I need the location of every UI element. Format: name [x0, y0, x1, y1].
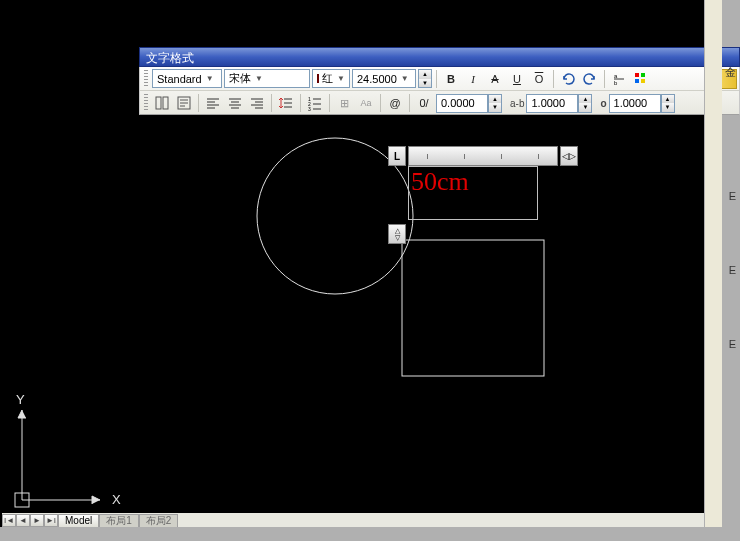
side-marker: E — [729, 338, 736, 350]
line-spacing-button[interactable] — [276, 93, 296, 113]
tracking-field[interactable]: 1.0000 ▲▼ — [526, 94, 592, 113]
text-style-value: Standard — [157, 73, 202, 85]
align-center-button[interactable] — [225, 93, 245, 113]
chevron-down-icon: ▼ — [206, 74, 214, 83]
text-height-value: 24.5000 — [357, 73, 397, 85]
toolbar-grip[interactable] — [144, 70, 148, 88]
mtext-ruler[interactable]: ıııı — [408, 146, 558, 166]
font-combo[interactable]: 宋体 ▼ — [224, 69, 310, 88]
align-left-button[interactable] — [203, 93, 223, 113]
side-marker: E — [729, 264, 736, 276]
vertical-scrollbar[interactable] — [704, 0, 722, 527]
svg-rect-4 — [15, 493, 29, 507]
symbol-button[interactable]: @ — [385, 93, 405, 113]
oblique-angle-button[interactable]: 0/ — [414, 93, 434, 113]
chevron-down-icon: ▼ — [255, 74, 263, 83]
mtext-justify-button[interactable] — [174, 93, 194, 113]
svg-rect-8 — [635, 73, 639, 77]
oblique-spinner[interactable]: ▲▼ — [661, 94, 675, 113]
mtext-content: 50cm — [411, 167, 469, 197]
side-marker: E — [729, 190, 736, 202]
width-factor-value: 0.0000 — [436, 94, 488, 113]
tracking-spinner[interactable]: ▲▼ — [578, 94, 592, 113]
tab-nav-next[interactable]: ► — [30, 514, 44, 527]
width-factor-field[interactable]: 0.0000 ▲▼ — [436, 94, 502, 113]
svg-rect-9 — [641, 73, 645, 77]
svg-rect-10 — [635, 79, 639, 83]
layout-tabs: I◄ ◄ ► ►I Model 布局1 布局2 — [2, 513, 720, 527]
color-swatch-red — [317, 74, 319, 83]
svg-rect-1 — [402, 240, 544, 376]
text-format-toolbar: Standard ▼ 宋体 ▼ 红 ▼ 24.5000 ▼ ▲▼ B I A U… — [139, 67, 740, 115]
uppercase-button[interactable]: Aa — [356, 93, 376, 113]
text-style-combo[interactable]: Standard ▼ — [152, 69, 222, 88]
insert-field-button[interactable]: ⊞ — [334, 93, 354, 113]
oblique-field[interactable]: 1.0000 ▲▼ — [609, 94, 675, 113]
oblique-label: o — [600, 98, 606, 109]
ucs-y-label: Y — [16, 392, 25, 407]
chevron-down-icon: ▼ — [401, 74, 409, 83]
svg-rect-12 — [156, 97, 161, 109]
side-marker: 金 — [725, 65, 736, 80]
mtext-input-area[interactable]: 50cm — [408, 166, 538, 220]
svg-rect-13 — [163, 97, 168, 109]
color-label: 红 — [322, 71, 333, 86]
tab-layout1[interactable]: 布局1 — [99, 514, 139, 527]
undo-button[interactable] — [558, 69, 578, 89]
drawing-canvas[interactable]: X Y 文字格式 Standard ▼ 宋体 ▼ 红 ▼ 24.5000 ▼ — [0, 0, 722, 527]
strikethrough-button[interactable]: A — [485, 69, 505, 89]
overline-button[interactable]: O — [529, 69, 549, 89]
underline-button[interactable]: U — [507, 69, 527, 89]
font-value: 宋体 — [229, 71, 251, 86]
tab-nav-prev[interactable]: ◄ — [16, 514, 30, 527]
svg-text:3: 3 — [308, 106, 311, 111]
stack-button[interactable]: ab — [609, 69, 629, 89]
color-combo[interactable]: 红 ▼ — [312, 69, 350, 88]
height-handle[interactable]: △▽ — [388, 224, 406, 244]
oblique-value: 1.0000 — [609, 94, 661, 113]
redo-button[interactable] — [580, 69, 600, 89]
columns-button[interactable] — [152, 93, 172, 113]
svg-text:b: b — [614, 80, 618, 86]
mtext-corner-box[interactable]: L — [388, 146, 406, 166]
svg-text:a: a — [614, 73, 618, 79]
toolbar-title[interactable]: 文字格式 — [139, 47, 740, 67]
tab-nav-first[interactable]: I◄ — [2, 514, 16, 527]
italic-button[interactable]: I — [463, 69, 483, 89]
svg-rect-11 — [641, 79, 645, 83]
toolbar-grip[interactable] — [144, 94, 148, 112]
width-spinner[interactable]: ▲▼ — [488, 94, 502, 113]
numbering-button[interactable]: 123 — [305, 93, 325, 113]
tracking-value: 1.0000 — [526, 94, 578, 113]
ucs-x-label: X — [112, 492, 121, 507]
tracking-label: a-b — [510, 98, 524, 109]
tab-layout2[interactable]: 布局2 — [139, 514, 179, 527]
color-button[interactable] — [631, 69, 651, 89]
tab-nav-last[interactable]: ►I — [44, 514, 58, 527]
bold-button[interactable]: B — [441, 69, 461, 89]
mtext-editor[interactable]: L ıııı ◁▷ 50cm — [388, 146, 578, 220]
height-spinner[interactable]: ▲▼ — [418, 69, 432, 88]
text-height-combo[interactable]: 24.5000 ▼ — [352, 69, 416, 88]
chevron-down-icon: ▼ — [337, 74, 345, 83]
tab-model[interactable]: Model — [58, 514, 99, 527]
align-right-button[interactable] — [247, 93, 267, 113]
width-handle[interactable]: ◁▷ — [560, 146, 578, 166]
